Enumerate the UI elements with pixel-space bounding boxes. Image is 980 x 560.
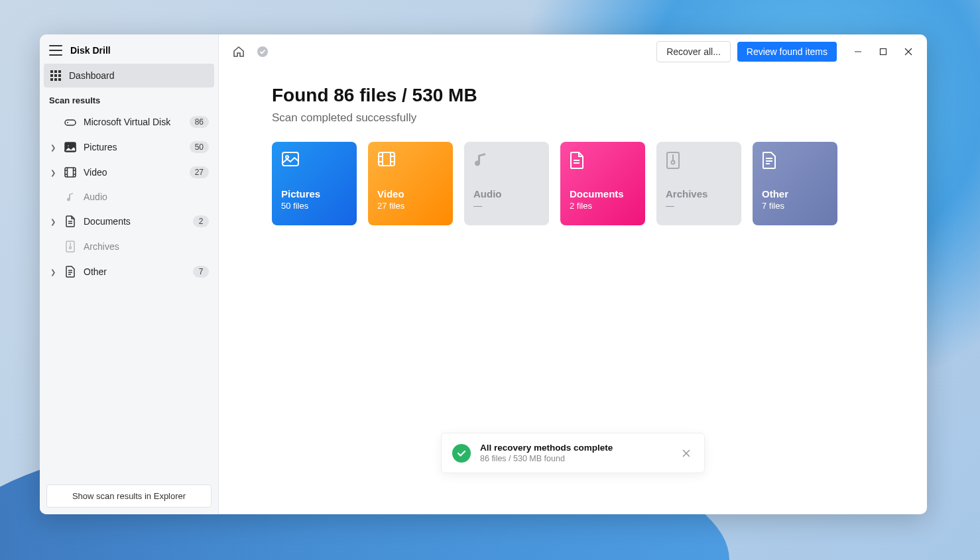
image-icon [281, 151, 300, 170]
tile-sub: — [666, 201, 732, 211]
nav-label: Audio [84, 192, 209, 202]
svg-rect-9 [65, 120, 76, 125]
titlebar-left [232, 45, 269, 58]
tile-archives[interactable]: Archives — [656, 142, 741, 225]
svg-rect-2 [58, 70, 61, 73]
tile-title: Other [762, 188, 828, 199]
tile-title: Pictures [281, 188, 347, 199]
main-content: Recover all... Review found items Found … [219, 34, 927, 514]
home-icon[interactable] [232, 45, 245, 58]
svg-rect-0 [50, 70, 53, 73]
disk-icon [64, 117, 77, 127]
svg-point-46 [672, 161, 675, 164]
film-icon [377, 151, 396, 170]
sidebar-header: Disk Drill [40, 34, 218, 64]
nav-label: Other [84, 266, 186, 277]
svg-rect-13 [65, 168, 76, 177]
subheadline: Scan completed successfully [272, 111, 874, 125]
chevron-right-icon: ❯ [49, 169, 57, 176]
nav-pictures[interactable]: ❯ Pictures 50 [40, 135, 218, 160]
svg-rect-6 [50, 78, 53, 81]
review-found-items-button[interactable]: Review found items [737, 42, 837, 62]
tile-other[interactable]: Other 7 files [753, 142, 837, 225]
chevron-right-icon: ❯ [49, 218, 57, 225]
nav-label: Documents [84, 216, 186, 227]
svg-point-24 [70, 247, 72, 249]
section-title: Scan results [40, 87, 218, 109]
recover-all-button[interactable]: Recover all... [656, 41, 731, 62]
file-icon [64, 266, 77, 278]
svg-point-28 [257, 46, 268, 57]
svg-rect-7 [54, 78, 57, 81]
tile-sub: 2 files [570, 201, 636, 211]
tile-sub: 50 files [281, 201, 347, 211]
close-icon[interactable] [679, 446, 694, 461]
maximize-button[interactable] [878, 46, 888, 57]
tile-documents[interactable]: Documents 2 files [560, 142, 645, 225]
titlebar-right: Recover all... Review found items [656, 41, 914, 62]
grid-icon [49, 70, 62, 81]
svg-rect-5 [58, 74, 61, 77]
count-badge: 7 [193, 266, 209, 278]
count-badge: 27 [190, 166, 209, 178]
nav-disk[interactable]: Microsoft Virtual Disk 86 [40, 109, 218, 135]
tile-title: Documents [570, 188, 636, 199]
sidebar: Disk Drill Dashboard Scan results Micros… [40, 34, 219, 514]
sidebar-footer: Show scan results in Explorer [40, 478, 218, 514]
show-in-explorer-button[interactable]: Show scan results in Explorer [46, 484, 212, 508]
image-icon [64, 142, 77, 152]
minimize-button[interactable] [853, 46, 863, 57]
headline: Found 86 files / 530 MB [272, 85, 874, 106]
nav-label: Microsoft Virtual Disk [84, 117, 183, 127]
svg-rect-3 [50, 74, 53, 77]
nav-other[interactable]: ❯ Other 7 [40, 259, 218, 284]
tile-sub: — [473, 201, 540, 211]
check-icon [452, 444, 471, 463]
nav-documents[interactable]: ❯ Documents 2 [40, 209, 218, 234]
tile-video[interactable]: Video 27 files [368, 142, 453, 225]
count-badge: 2 [193, 215, 209, 227]
toast-notification: All recovery methods complete 86 files /… [441, 433, 705, 473]
archive-icon [64, 241, 77, 252]
titlebar: Recover all... Review found items [219, 34, 927, 69]
svg-rect-35 [379, 152, 395, 166]
music-note-icon [473, 151, 492, 170]
app-title: Disk Drill [70, 45, 111, 56]
app-window: Disk Drill Dashboard Scan results Micros… [40, 34, 927, 514]
count-badge: 50 [190, 141, 209, 153]
document-icon [64, 215, 77, 227]
check-badge-icon[interactable] [256, 45, 269, 58]
tile-pictures[interactable]: Pictures 50 files [272, 142, 357, 225]
close-button[interactable] [903, 46, 914, 57]
archive-icon [666, 151, 684, 170]
chevron-right-icon: ❯ [49, 144, 57, 151]
toast-title: All recovery methods complete [480, 443, 670, 453]
nav-video[interactable]: ❯ Video 27 [40, 160, 218, 185]
nav-label: Pictures [84, 142, 183, 152]
file-icon [762, 151, 780, 170]
count-badge: 86 [190, 116, 209, 128]
category-tiles: Pictures 50 files Video 27 files Audio —… [272, 142, 874, 225]
film-icon [64, 167, 77, 178]
nav-label: Archives [84, 241, 209, 252]
window-controls [853, 46, 914, 57]
music-note-icon [64, 192, 77, 202]
svg-rect-1 [54, 70, 57, 73]
tile-title: Archives [666, 188, 732, 199]
menu-icon[interactable] [49, 45, 62, 56]
toast-sub: 86 files / 530 MB found [480, 454, 670, 463]
tile-title: Video [377, 188, 444, 199]
chevron-right-icon: ❯ [49, 268, 57, 276]
nav-audio[interactable]: Audio [40, 185, 218, 209]
nav-archives[interactable]: Archives [40, 234, 218, 259]
sidebar-nav: Dashboard Scan results Microsoft Virtual… [40, 64, 218, 478]
tile-title: Audio [473, 188, 540, 199]
nav-label: Dashboard [69, 70, 209, 81]
nav-dashboard[interactable]: Dashboard [44, 64, 214, 87]
svg-rect-4 [54, 74, 57, 77]
svg-rect-30 [881, 49, 887, 55]
toast-text: All recovery methods complete 86 files /… [480, 443, 670, 463]
tile-sub: 7 files [762, 201, 828, 211]
document-icon [570, 151, 588, 170]
tile-audio[interactable]: Audio — [464, 142, 549, 225]
